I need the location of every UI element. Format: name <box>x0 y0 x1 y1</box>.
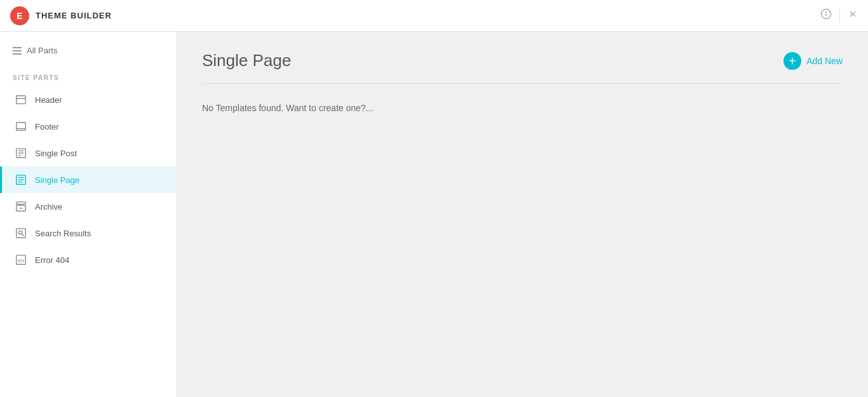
svg-rect-7 <box>17 123 25 131</box>
layout: All Parts SITE PARTS Header Footer <box>0 32 868 397</box>
header-icon <box>15 93 27 106</box>
svg-rect-5 <box>17 96 25 104</box>
svg-point-21 <box>18 231 22 234</box>
app-logo: E <box>10 6 29 25</box>
sidebar: All Parts SITE PARTS Header Footer <box>0 32 177 397</box>
sidebar-item-footer[interactable]: Footer <box>0 113 176 140</box>
all-parts-label: All Parts <box>27 46 57 55</box>
svg-line-22 <box>22 234 24 236</box>
sidebar-item-single-post[interactable]: Single Post <box>0 140 176 166</box>
add-new-button[interactable]: + Add New <box>783 52 843 70</box>
empty-message: No Templates found. Want to create one?.… <box>202 103 843 113</box>
main-divider <box>202 83 843 84</box>
search-results-label: Search Results <box>35 229 91 238</box>
single-post-icon <box>15 147 27 159</box>
add-new-label: Add New <box>806 56 843 66</box>
page-title: Single Page <box>202 51 291 71</box>
plus-circle-icon: + <box>783 52 801 70</box>
svg-text:404: 404 <box>18 259 25 263</box>
footer-label: Footer <box>35 122 59 131</box>
main-header: Single Page + Add New <box>202 51 843 71</box>
footer-icon <box>15 120 27 133</box>
sidebar-item-header[interactable]: Header <box>0 86 176 113</box>
topbar-divider <box>839 10 840 22</box>
topbar-right <box>820 8 858 23</box>
site-parts-label: SITE PARTS <box>0 63 176 86</box>
archive-label: Archive <box>35 202 62 212</box>
sidebar-item-error-404[interactable]: 404 Error 404 <box>0 246 176 273</box>
search-results-icon <box>15 227 27 239</box>
error-404-label: Error 404 <box>35 255 69 265</box>
sidebar-item-archive[interactable]: Archive <box>0 193 176 220</box>
archive-icon <box>15 200 27 213</box>
app-title: THEME BUILDER <box>36 11 112 20</box>
svg-rect-17 <box>17 202 25 205</box>
svg-rect-20 <box>17 229 25 238</box>
all-parts-button[interactable]: All Parts <box>0 38 176 63</box>
main-content: Single Page + Add New No Templates found… <box>177 32 868 397</box>
close-icon[interactable] <box>848 9 858 22</box>
single-post-label: Single Post <box>35 149 77 158</box>
topbar: E THEME BUILDER <box>0 0 868 32</box>
single-page-icon <box>15 173 27 186</box>
single-page-label: Single Page <box>35 175 79 185</box>
sidebar-item-single-page[interactable]: Single Page <box>0 166 176 193</box>
topbar-left: E THEME BUILDER <box>10 6 112 25</box>
error-404-icon: 404 <box>15 253 27 266</box>
hamburger-icon <box>13 47 22 55</box>
header-label: Header <box>35 95 62 105</box>
info-icon[interactable] <box>820 8 832 23</box>
sidebar-item-search-results[interactable]: Search Results <box>0 220 176 246</box>
